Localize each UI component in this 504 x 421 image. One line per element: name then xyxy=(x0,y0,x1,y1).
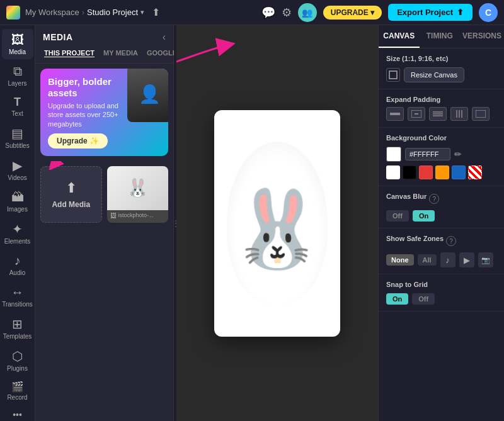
bg-color-input[interactable] xyxy=(405,148,450,160)
sidebar-item-elements[interactable]: ✦ Elements xyxy=(2,218,33,249)
banner-upgrade-button[interactable]: Upgrade ✨ xyxy=(48,133,108,149)
tab-canvas[interactable]: CANVAS xyxy=(379,25,420,48)
sidebar-item-audio[interactable]: ♪ Audio xyxy=(2,250,33,280)
project-label[interactable]: Studio Project xyxy=(87,8,138,17)
tab-my-media[interactable]: MY MEDIA xyxy=(100,47,142,59)
sidebar-label-layers: Layers xyxy=(8,80,26,87)
color-preset-black[interactable] xyxy=(403,166,416,179)
expand-option-1[interactable] xyxy=(408,107,425,121)
elements-icon: ✦ xyxy=(12,222,23,237)
images-icon: 🏔 xyxy=(11,190,24,205)
media-thumbnail-0[interactable]: 🐰 🖼 istockphoto-... xyxy=(107,166,169,223)
sidebar-item-text[interactable]: T Text xyxy=(2,92,33,121)
tiktok-icon[interactable]: ♪ xyxy=(440,252,455,267)
videos-icon: ▶ xyxy=(13,158,22,173)
canvas-blur-section: Canvas Blur ? Off On xyxy=(379,186,504,228)
plugins-icon: ⬡ xyxy=(12,349,23,364)
export-upload-icon: ⬆ xyxy=(457,8,464,17)
sidebar-label-audio: Audio xyxy=(9,269,26,276)
media-icon: 🖼 xyxy=(11,33,24,47)
resize-canvas-button[interactable]: Resize Canvas xyxy=(404,67,464,82)
expand-option-2[interactable] xyxy=(429,107,447,121)
upgrade-button[interactable]: UPGRADE xyxy=(323,6,382,20)
topbar: My Workspace › Studio Project ▾ ⬆ 💬 ⚙ 👥 … xyxy=(0,0,504,25)
canvas-size-icon xyxy=(386,68,400,82)
canvas-blur-on[interactable]: On xyxy=(413,210,435,222)
color-preset-red[interactable] xyxy=(419,166,433,179)
templates-icon: ⊞ xyxy=(12,317,23,332)
share-user-icon[interactable]: 👥 xyxy=(298,3,317,22)
sidebar-label-subtitles: Subtitles xyxy=(5,142,29,149)
tab-versions[interactable]: VERSIONS xyxy=(460,25,504,48)
eyedropper-icon[interactable]: ✏ xyxy=(454,149,462,159)
sidebar-item-videos[interactable]: ▶ Videos xyxy=(2,154,33,185)
bg-color-row: ✏ xyxy=(386,147,496,162)
topbar-icons: 💬 ⚙ 👥 UPGRADE Export Project ⬆ C xyxy=(261,3,498,22)
safe-zones-section: Show Safe Zones ? None All ♪ ▶ 📷 xyxy=(379,228,504,274)
expand-option-3[interactable] xyxy=(450,107,468,121)
app-logo xyxy=(6,6,20,20)
snap-off[interactable]: Off xyxy=(412,293,435,305)
right-panel-tabs: CANVAS TIMING VERSIONS xyxy=(379,25,504,48)
size-section: Size (1:1, 9:16, etc) Resize Canvas xyxy=(379,48,504,89)
snap-to-grid-title: Snap to Grid xyxy=(386,281,496,288)
expand-options xyxy=(386,107,496,121)
transitions-icon: ↔ xyxy=(11,285,24,300)
color-presets xyxy=(386,166,496,179)
sidebar-item-transitions[interactable]: ↔ Transitions xyxy=(2,281,33,312)
safe-zones-help[interactable]: ? xyxy=(446,236,456,246)
add-media-tile[interactable]: ⬆ Add Media xyxy=(40,166,102,223)
avatar[interactable]: C xyxy=(479,3,498,22)
svg-rect-1 xyxy=(390,113,400,115)
sidebar-item-media[interactable]: 🖼 Media xyxy=(2,29,33,59)
canvas-blur-off[interactable]: Off xyxy=(386,210,409,222)
sidebar-item-more[interactable]: ••• More xyxy=(2,406,33,421)
color-preset-special[interactable] xyxy=(468,166,482,179)
sidebar-item-images[interactable]: 🏔 Images xyxy=(2,186,33,216)
bg-color-title: Background Color xyxy=(386,134,496,142)
sidebar-item-layers[interactable]: ⧉ Layers xyxy=(2,60,33,91)
snap-to-grid-section: Snap to Grid On Off xyxy=(379,274,504,312)
export-label: Export Project xyxy=(397,8,453,17)
sidebar-label-templates: Templates xyxy=(3,333,32,340)
sidebar-label-images: Images xyxy=(7,206,28,213)
breadcrumb-separator: › xyxy=(82,8,84,17)
banner-title: Bigger, bolder assets xyxy=(48,76,120,99)
add-media-icon: ⬆ xyxy=(66,180,77,196)
sidebar: 🖼 Media ⧉ Layers T Text ▤ Subtitles ▶ Vi… xyxy=(0,25,35,421)
color-preset-white[interactable] xyxy=(386,166,400,179)
sidebar-item-templates[interactable]: ⊞ Templates xyxy=(2,313,33,344)
expand-option-0[interactable] xyxy=(386,107,404,121)
tab-timing[interactable]: TIMING xyxy=(420,25,461,48)
background-color-section: Background Color ✏ xyxy=(379,128,504,186)
tab-this-project[interactable]: THIS PROJECT xyxy=(40,47,98,59)
color-preset-blue[interactable] xyxy=(452,166,466,179)
canvas-blur-help[interactable]: ? xyxy=(429,194,439,204)
share-icon[interactable]: ⬆ xyxy=(152,6,160,18)
media-type-icon: 🖼 xyxy=(110,212,117,219)
sidebar-label-text: Text xyxy=(11,110,23,117)
sidebar-item-subtitles[interactable]: ▤ Subtitles xyxy=(2,122,33,153)
project-chevron[interactable]: ▾ xyxy=(140,8,144,16)
add-media-label: Add Media xyxy=(52,200,90,209)
youtube-icon[interactable]: ▶ xyxy=(459,252,474,267)
safe-zones-none[interactable]: None xyxy=(386,254,414,266)
media-panel-close-button[interactable]: ‹ xyxy=(163,31,166,43)
settings-icon[interactable]: ⚙ xyxy=(282,6,292,20)
canvas-rabbit-frame: 🐰 xyxy=(227,142,328,305)
expand-option-4[interactable] xyxy=(472,107,490,121)
comments-icon[interactable]: 💬 xyxy=(261,6,275,20)
sidebar-item-plugins[interactable]: ⬡ Plugins xyxy=(2,345,33,376)
more-icon: ••• xyxy=(13,410,22,420)
bg-color-swatch[interactable] xyxy=(386,147,401,162)
export-button[interactable]: Export Project ⬆ xyxy=(388,4,472,21)
safe-zones-all[interactable]: All xyxy=(418,254,437,266)
sidebar-item-record[interactable]: 🎬 Record xyxy=(2,377,33,405)
workspace-label[interactable]: My Workspace xyxy=(25,8,79,17)
instagram-icon[interactable]: 📷 xyxy=(478,252,493,267)
right-panel: CANVAS TIMING VERSIONS Size (1:1, 9:16, … xyxy=(378,25,504,421)
safe-zones-options: None All ♪ ▶ 📷 xyxy=(386,252,496,267)
snap-toggle: On Off xyxy=(386,293,496,305)
color-preset-orange[interactable] xyxy=(435,166,449,179)
snap-on[interactable]: On xyxy=(386,293,408,305)
